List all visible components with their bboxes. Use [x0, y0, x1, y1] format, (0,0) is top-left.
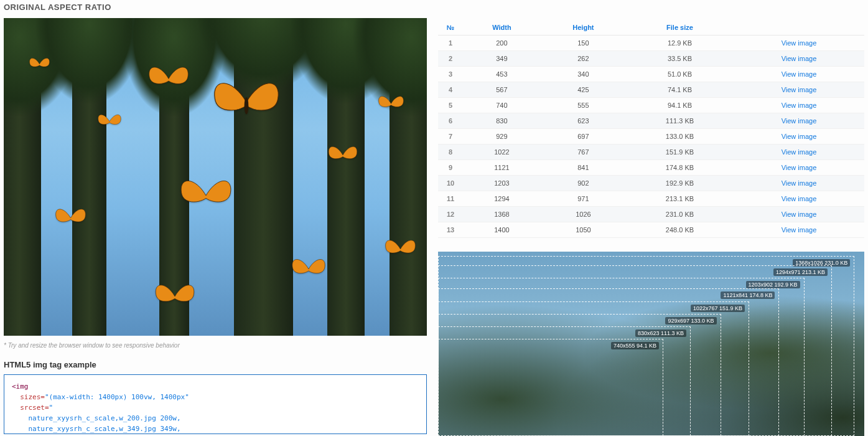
table-row: 1314001050248.0 KBView image: [438, 222, 864, 238]
code-token: sizes=: [20, 393, 45, 401]
code-example[interactable]: <img sizes="(max-width: 1400px) 100vw, 1…: [4, 374, 427, 434]
butterfly-icon: [147, 62, 190, 96]
table-row: 81022767151.9 KBView image: [438, 145, 864, 160]
cell-width: 1121: [463, 160, 541, 176]
code-token: "(max-width: 1400px) 100vw, 1400px": [45, 393, 189, 401]
cell-size: 111.3 KB: [626, 113, 734, 129]
cell-height: 697: [541, 129, 626, 145]
hero-image: [4, 18, 427, 336]
cell-size: 213.1 KB: [626, 191, 734, 207]
cell-action: View image: [734, 176, 864, 191]
cell-num: 4: [438, 82, 463, 98]
code-token: srcset=: [20, 404, 49, 412]
cell-width: 1400: [463, 222, 541, 238]
cell-height: 1026: [541, 207, 626, 222]
cell-action: View image: [734, 113, 864, 129]
table-row: 456742574.1 KBView image: [438, 82, 864, 98]
cell-action: View image: [734, 207, 864, 222]
cell-height: 623: [541, 113, 626, 129]
cell-action: View image: [734, 67, 864, 82]
cell-action: View image: [734, 51, 864, 67]
view-image-link[interactable]: View image: [782, 226, 817, 234]
cell-width: 453: [463, 67, 541, 82]
svg-point-0: [245, 97, 249, 114]
code-token: <img: [12, 382, 29, 391]
breakpoints-table: № Width Height File size 120015012.9 KBV…: [438, 20, 864, 238]
col-action: [734, 20, 864, 36]
view-image-link[interactable]: View image: [782, 179, 817, 187]
cell-num: 1: [438, 36, 463, 51]
cell-height: 841: [541, 160, 626, 176]
butterfly-icon: [153, 280, 197, 313]
cell-action: View image: [734, 222, 864, 238]
butterfly-icon: [97, 111, 122, 131]
cell-height: 150: [541, 36, 626, 51]
cell-num: 5: [438, 98, 463, 113]
col-width: Width: [463, 20, 541, 36]
cell-width: 1022: [463, 145, 541, 160]
viz-box-label: 830x623 111.3 KB: [635, 329, 686, 337]
size-visualizer: 1368x1026 231.0 KB1294x971 213.1 KB1203x…: [438, 252, 864, 436]
cell-width: 830: [463, 113, 541, 129]
table-row: 111294971213.1 KBView image: [438, 191, 864, 207]
cell-size: 51.0 KB: [626, 67, 734, 82]
cell-height: 262: [541, 51, 626, 67]
code-token: nature_xyysrh_c_scale,w_349.jpg 349w,: [29, 425, 181, 433]
view-image-link[interactable]: View image: [782, 55, 817, 62]
cell-width: 200: [463, 36, 541, 51]
cell-size: 33.5 KB: [626, 51, 734, 67]
cell-width: 1368: [463, 207, 541, 222]
view-image-link[interactable]: View image: [782, 102, 817, 109]
code-example-title: HTML5 img tag example: [4, 360, 427, 369]
cell-num: 2: [438, 51, 463, 67]
butterfly-icon: [377, 93, 405, 115]
view-image-link[interactable]: View image: [782, 164, 817, 171]
table-row: 345334051.0 KBView image: [438, 67, 864, 82]
butterfly-icon: [290, 255, 327, 283]
col-height: Height: [541, 20, 626, 36]
cell-height: 767: [541, 145, 626, 160]
butterfly-icon: [29, 55, 50, 73]
code-token: nature_xyysrh_c_scale,w_200.jpg 200w,: [29, 414, 181, 422]
cell-height: 555: [541, 98, 626, 113]
cell-num: 7: [438, 129, 463, 145]
view-image-link[interactable]: View image: [782, 39, 817, 47]
cell-width: 1203: [463, 176, 541, 191]
cell-num: 10: [438, 176, 463, 191]
viz-box-label: 929x697 133.0 KB: [665, 317, 716, 325]
view-image-link[interactable]: View image: [782, 195, 817, 202]
viz-box: 740x555 94.1 KB: [438, 339, 663, 436]
butterfly-icon: [383, 236, 418, 262]
butterfly-icon: [54, 205, 88, 231]
view-image-link[interactable]: View image: [782, 148, 817, 156]
view-image-link[interactable]: View image: [782, 86, 817, 93]
table-row: 6830623111.3 KBView image: [438, 113, 864, 129]
code-token: ": [49, 404, 54, 412]
cell-width: 740: [463, 98, 541, 113]
table-row: 91121841174.8 KBView image: [438, 160, 864, 176]
view-image-link[interactable]: View image: [782, 70, 817, 78]
cell-size: 74.1 KB: [626, 82, 734, 98]
cell-num: 11: [438, 191, 463, 207]
cell-height: 340: [541, 67, 626, 82]
cell-height: 1050: [541, 222, 626, 238]
cell-action: View image: [734, 191, 864, 207]
table-row: 7929697133.0 KBView image: [438, 129, 864, 145]
section-title: ORIGINAL ASPECT RATIO: [4, 2, 427, 12]
viz-box-label: 1022x767 151.9 KB: [691, 305, 745, 312]
view-image-link[interactable]: View image: [782, 117, 817, 125]
viz-box-label: 1203x902 192.9 KB: [746, 281, 800, 288]
view-image-link[interactable]: View image: [782, 211, 817, 218]
cell-action: View image: [734, 82, 864, 98]
col-size: File size: [626, 20, 734, 36]
cell-size: 231.0 KB: [626, 207, 734, 222]
cell-width: 349: [463, 51, 541, 67]
table-row: 101203902192.9 KBView image: [438, 176, 864, 191]
cell-width: 929: [463, 129, 541, 145]
butterfly-icon: [209, 74, 284, 130]
cell-action: View image: [734, 129, 864, 145]
view-image-link[interactable]: View image: [782, 133, 817, 140]
cell-width: 1294: [463, 191, 541, 207]
cell-size: 192.9 KB: [626, 176, 734, 191]
resize-caption: * Try and resize the browser window to s…: [4, 342, 427, 349]
